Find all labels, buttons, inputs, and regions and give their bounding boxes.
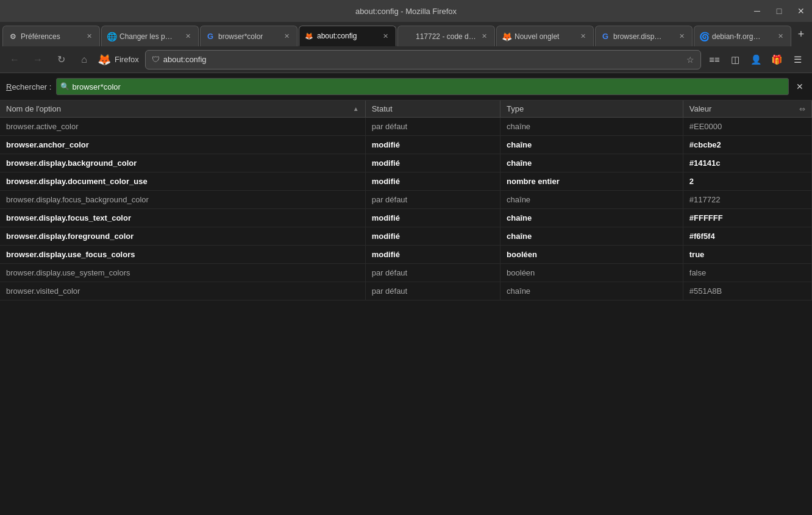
tab-bar: ⚙ Préférences ✕ 🌐 Changer les p… ✕ G bro… [0,22,812,46]
table-row[interactable]: browser.display.focus_background_colorpa… [0,191,812,209]
cell-type: chaîne [500,191,683,209]
table-row[interactable]: browser.display.use_system_colorspar déf… [0,264,812,282]
col-header-value[interactable]: Valeur ⇔ [683,101,811,118]
sidebar-button[interactable]: ◫ [725,50,745,69]
table-row[interactable]: browser.display.use_focus_colorsmodifiéb… [0,246,812,264]
cell-name: browser.display.background_color [0,154,365,172]
code-icon [403,32,413,41]
cell-type: booléen [500,264,683,282]
tab-nouvel[interactable]: 🦊 Nouvel onglet ✕ [496,26,594,46]
tab-close-preferences[interactable]: ✕ [84,31,94,42]
cell-name: browser.display.focus_background_color [0,191,365,209]
tab-code[interactable]: 117722 - code de… ✕ [397,26,495,46]
tab-preferences[interactable]: ⚙ Préférences ✕ [2,26,100,46]
table-row[interactable]: browser.anchor_colormodifiéchaîne#cbcbe2 [0,136,812,154]
tab-close-browser-color[interactable]: ✕ [281,31,292,42]
table-row[interactable]: browser.display.document_color_usemodifi… [0,172,812,191]
home-button[interactable]: ⌂ [74,50,94,69]
cell-status: modifié [365,209,500,227]
cell-status: modifié [365,227,500,246]
cell-type: chaîne [500,136,683,154]
nav-bar: ← → ↻ ⌂ 🦊 Firefox 🛡 about:config ☆ ≡≡ ◫ … [0,46,812,73]
table-header-row: Nom de l'option ▲ Statut Type Valeur ⇔ [0,101,812,118]
cell-value: #cbcbe2 [683,136,811,154]
window-controls: ─ □ ✕ [746,0,812,22]
cell-status: par défaut [365,118,500,136]
tab-close-about-config[interactable]: ✕ [380,30,391,41]
reload-button[interactable]: ↻ [51,50,71,69]
maximize-button[interactable]: □ [768,0,790,22]
cell-value: #FFFFFF [683,209,811,227]
table-row[interactable]: browser.visited_colorpar défautchaîne#55… [0,282,812,300]
cell-type: chaîne [500,209,683,227]
reading-mode-button[interactable]: ≡≡ [705,50,724,69]
sort-icon-name: ▲ [353,105,359,112]
cell-status: modifié [365,154,500,172]
tab-close-nouvel[interactable]: ✕ [577,31,588,42]
cell-name: browser.display.use_focus_colors [0,246,365,264]
url-bar[interactable]: 🛡 about:config ☆ [145,50,701,69]
tab-browser-disp[interactable]: G browser.disp… ✕ [595,26,693,46]
cell-status: modifié [365,246,500,264]
back-button[interactable]: ← [5,50,24,69]
search-clear-button[interactable]: ✕ [794,80,806,93]
preferences-icon: ⚙ [8,32,18,41]
col-header-status[interactable]: Statut [365,101,500,118]
tab-about-config[interactable]: 🦊 about:config ✕ [299,26,396,46]
cell-value: #EE0000 [683,118,811,136]
cell-status: par défaut [365,191,500,209]
new-tab-button[interactable]: + [792,26,810,43]
col-resize-icon[interactable]: ⇔ [799,105,805,113]
cell-name: browser.visited_color [0,282,365,300]
cell-value: false [683,264,811,282]
cell-value: #14141c [683,154,811,172]
title-bar: about:config - Mozilla Firefox ─ □ ✕ [0,0,812,22]
col-header-type[interactable]: Type [500,101,683,118]
table-row[interactable]: browser.display.foreground_colormodifiéc… [0,227,812,246]
tab-close-debian[interactable]: ✕ [775,31,786,42]
bookmark-star[interactable]: ☆ [686,55,694,65]
close-button[interactable]: ✕ [790,0,812,22]
tab-browser-color[interactable]: G browser*color ✕ [200,26,297,46]
cell-status: par défaut [365,264,500,282]
tab-close-changer[interactable]: ✕ [182,31,193,42]
forward-button[interactable]: → [28,50,48,69]
url-icon: 🛡 [152,55,160,64]
firefox-label: Firefox [115,55,139,64]
col-header-name[interactable]: Nom de l'option ▲ [0,101,365,118]
cell-type: chaîne [500,154,683,172]
search-input-wrapper: 🔍 [56,78,789,95]
cell-type: chaîne [500,227,683,246]
firefox-logo: 🦊 [98,53,111,66]
cell-value: #117722 [683,191,811,209]
table-row[interactable]: browser.display.focus_text_colormodifiéc… [0,209,812,227]
cell-status: modifié [365,172,500,191]
minimize-button[interactable]: ─ [746,0,768,22]
cell-name: browser.anchor_color [0,136,365,154]
tab-changer[interactable]: 🌐 Changer les p… ✕ [101,26,199,46]
url-text: about:config [163,55,683,64]
page-content: Rechercher : 🔍 ✕ Nom de l'option ▲ Statu… [0,73,812,515]
account-button[interactable]: 👤 [746,50,766,69]
cell-name: browser.active_color [0,118,365,136]
cell-value: 2 [683,172,811,191]
tab-close-code[interactable]: ✕ [479,31,490,42]
menu-button[interactable]: ☰ [788,50,807,69]
tab-close-browser-disp[interactable]: ✕ [676,31,687,42]
tab-debian[interactable]: 🌀 debian-fr.org… ✕ [694,26,791,46]
changer-icon: 🌐 [107,32,116,41]
gift-button[interactable]: 🎁 [767,50,786,69]
cell-value: #551A8B [683,282,811,300]
debian-icon: 🌀 [699,32,709,41]
search-bar: Rechercher : 🔍 ✕ [0,73,812,101]
cell-status: modifié [365,136,500,154]
table-row[interactable]: browser.display.background_colormodifiéc… [0,154,812,172]
cell-status: par défaut [365,282,500,300]
table-row[interactable]: browser.active_colorpar défautchaîne#EE0… [0,118,812,136]
search-input[interactable] [72,82,785,91]
nouvel-icon: 🦊 [502,32,511,41]
about-config-icon: 🦊 [304,31,314,41]
google-icon-2: G [600,32,610,41]
cell-name: browser.display.foreground_color [0,227,365,246]
search-magnifier-icon: 🔍 [60,82,69,91]
